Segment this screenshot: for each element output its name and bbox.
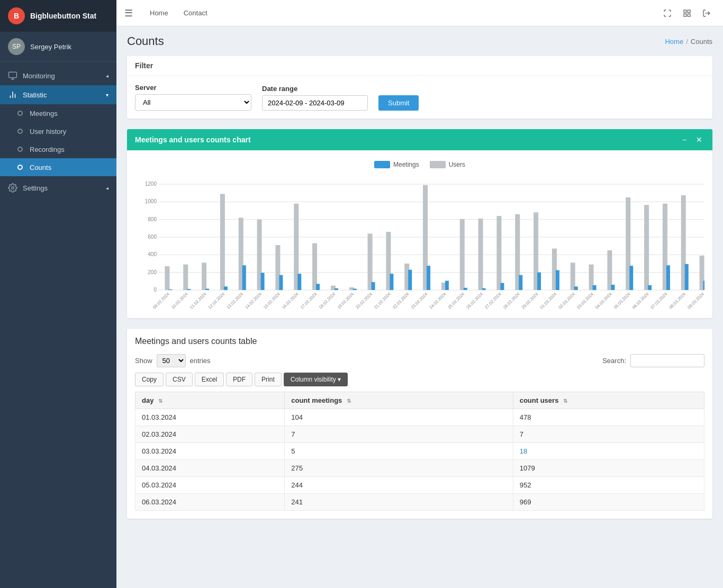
- chart-minimize-button[interactable]: −: [679, 134, 690, 145]
- chevron-down-icon: ▾: [106, 92, 109, 98]
- svg-rect-10: [688, 14, 690, 16]
- sidebar: B Bigbluebutton Stat SP Sergey Petrik Mo…: [0, 0, 116, 588]
- svg-text:25.02.2024: 25.02.2024: [447, 292, 465, 310]
- search-input[interactable]: [630, 354, 704, 367]
- svg-text:800: 800: [148, 216, 157, 222]
- svg-text:26.02.2024: 26.02.2024: [465, 292, 484, 310]
- brand-name: Bigbluebutton Stat: [30, 12, 96, 20]
- gear-icon: [8, 183, 17, 193]
- submit-button[interactable]: Submit: [378, 95, 419, 111]
- table-head: day ⇅ count meetings ⇅ count users ⇅: [135, 392, 704, 409]
- svg-text:21.02.2024: 21.02.2024: [373, 292, 392, 310]
- excel-button[interactable]: Excel: [195, 373, 224, 386]
- col-header-count-meetings[interactable]: count meetings ⇅: [285, 392, 513, 409]
- svg-rect-29: [183, 265, 188, 290]
- table-row: 05.03.2024244952: [135, 477, 704, 494]
- filter-card: Filter Server All Date range Submit: [127, 56, 712, 119]
- circle-icon-counts: [16, 163, 24, 171]
- grid-icon[interactable]: [679, 5, 695, 22]
- cell-day: 01.03.2024: [135, 409, 285, 426]
- svg-rect-33: [205, 289, 209, 291]
- topbar-home-link[interactable]: Home: [143, 6, 175, 20]
- svg-rect-9: [684, 14, 686, 16]
- bar-chart: 02004006008001000120009.02.202410.02.202…: [135, 174, 704, 311]
- svg-rect-96: [593, 285, 597, 290]
- server-field-group: Server All: [135, 84, 251, 111]
- csv-button[interactable]: CSV: [166, 373, 193, 386]
- content: Counts Home / Counts Filter Server All: [116, 26, 723, 588]
- sidebar-item-monitoring-label: Monitoring: [23, 72, 101, 80]
- svg-rect-0: [9, 72, 17, 78]
- avatar: SP: [8, 38, 25, 55]
- search-control: Search:: [602, 354, 704, 367]
- chart-header: Meetings and users counts chart − ✕: [127, 129, 712, 150]
- sidebar-item-user-history[interactable]: User history: [0, 122, 116, 140]
- svg-rect-75: [464, 288, 467, 290]
- svg-text:23.02.2024: 23.02.2024: [410, 292, 429, 310]
- legend-users-label: Users: [449, 161, 465, 168]
- sidebar-item-recordings-label: Recordings: [30, 146, 109, 153]
- logout-icon[interactable]: [698, 5, 715, 22]
- column-visibility-button[interactable]: Column visibility ▾: [284, 373, 348, 386]
- sort-icon-day: ⇅: [158, 398, 162, 404]
- cell-count_users: 969: [513, 494, 704, 511]
- breadcrumb-current: Counts: [691, 38, 712, 46]
- fullscreen-icon[interactable]: [659, 5, 676, 22]
- date-range-input[interactable]: [262, 95, 368, 111]
- svg-rect-74: [460, 219, 465, 290]
- cell-day: 03.03.2024: [135, 443, 285, 460]
- topbar-contact-link[interactable]: Contact: [177, 6, 214, 20]
- server-label: Server: [135, 84, 251, 92]
- svg-text:600: 600: [148, 234, 157, 240]
- sidebar-item-meetings[interactable]: Meetings: [0, 104, 116, 122]
- cell-day: 06.03.2024: [135, 494, 285, 511]
- breadcrumb-home[interactable]: Home: [665, 38, 683, 46]
- cell-count_meetings: 275: [285, 460, 513, 477]
- sidebar-item-statistic[interactable]: Statistic ▾: [0, 85, 116, 104]
- entries-select[interactable]: 50 25 10: [157, 354, 186, 367]
- svg-rect-66: [408, 270, 412, 290]
- svg-rect-54: [335, 288, 338, 290]
- svg-rect-57: [353, 289, 357, 291]
- svg-rect-45: [279, 275, 283, 290]
- print-button[interactable]: Print: [255, 373, 282, 386]
- topbar-actions: [659, 5, 715, 22]
- svg-text:04.03.2024: 04.03.2024: [594, 292, 613, 310]
- user-profile[interactable]: SP Sergey Petrik: [0, 32, 116, 62]
- hamburger-icon[interactable]: ☰: [124, 7, 133, 19]
- svg-rect-114: [703, 281, 704, 291]
- sidebar-item-recordings[interactable]: Recordings: [0, 140, 116, 158]
- chart-close-button[interactable]: ✕: [694, 134, 704, 145]
- col-header-count-users[interactable]: count users ⇅: [513, 392, 704, 409]
- svg-rect-50: [312, 243, 317, 290]
- col-meetings-label: count meetings: [291, 396, 342, 404]
- svg-text:1200: 1200: [145, 181, 157, 187]
- cell-day: 02.03.2024: [135, 426, 285, 443]
- table-row: 01.03.2024104478: [135, 409, 704, 426]
- svg-rect-77: [478, 219, 483, 290]
- svg-rect-102: [629, 266, 633, 290]
- cell-count_meetings: 5: [285, 443, 513, 460]
- copy-button[interactable]: Copy: [135, 373, 164, 386]
- pdf-button[interactable]: PDF: [226, 373, 252, 386]
- cell-count_meetings: 244: [285, 477, 513, 494]
- svg-rect-27: [168, 290, 172, 290]
- col-header-day[interactable]: day ⇅: [135, 392, 285, 409]
- svg-text:11.02.2024: 11.02.2024: [189, 292, 207, 310]
- svg-text:03.03.2024: 03.03.2024: [576, 292, 594, 310]
- svg-rect-93: [574, 286, 578, 290]
- sidebar-item-meetings-label: Meetings: [30, 110, 109, 117]
- svg-rect-105: [648, 285, 652, 290]
- chart-legend: Meetings Users: [135, 161, 704, 168]
- sidebar-item-settings[interactable]: Settings ◂: [0, 178, 116, 197]
- svg-point-6: [12, 187, 14, 189]
- svg-text:15.02.2024: 15.02.2024: [263, 292, 281, 310]
- sort-icon-users: ⇅: [563, 398, 567, 404]
- cell-count_meetings: 241: [285, 494, 513, 511]
- svg-text:14.02.2024: 14.02.2024: [244, 292, 263, 310]
- sidebar-item-counts[interactable]: Counts: [0, 158, 116, 176]
- chart-controls: − ✕: [679, 134, 704, 145]
- sidebar-item-monitoring[interactable]: Monitoring ◂: [0, 66, 116, 85]
- sidebar-item-statistic-label: Statistic: [23, 91, 101, 99]
- server-select[interactable]: All: [135, 94, 251, 111]
